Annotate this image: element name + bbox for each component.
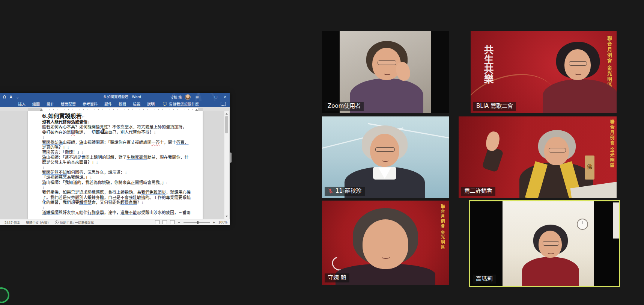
doc-line: 了。我們若是只旁觀別人鍛鍊身體，自己是不會強壯敏捷的。工作的專業需要系統	[42, 195, 198, 200]
ibeam-cursor	[102, 129, 105, 134]
ribbon-tab-9[interactable]: 說明	[147, 101, 155, 107]
user-account-name[interactable]: 守婉 賴	[170, 95, 182, 100]
vertical-scrollbar[interactable]	[224, 111, 229, 219]
doc-text-run: 闇	[71, 130, 75, 135]
maximize-button[interactable]: ▢	[213, 95, 219, 99]
indent-marker-right[interactable]	[195, 107, 198, 111]
doc-text-run: 沒有人能代替	[42, 120, 67, 125]
ribbon-tab-bar: 插入繪圖設計版面配置參考資料郵件校閱檢視說明 告訴我您想做什麼	[0, 101, 230, 107]
participant-video: 聯合月例會金光明區佛	[459, 116, 617, 198]
word-titlebar[interactable]: ΩA⌄ 6.如何實踐般若 - Word 守婉 賴 ▤ — ▢ ✕	[0, 93, 230, 101]
paragraph-mark: ←	[166, 181, 169, 185]
scrollbar-thumb[interactable]	[225, 116, 228, 133]
ribbon-tab-7[interactable]: 校閱	[119, 101, 126, 107]
user-avatar[interactable]	[185, 94, 191, 100]
participant-name-label: Zoom使用者	[325, 102, 364, 111]
doc-line: 溈山禪師：「我知道的，我若為你說破，你將來真正開悟時會罵我。」←	[42, 180, 198, 185]
doc-line: 要打破內在的黑闇執迷，一切都要靠自己，別人代替你不得！↓	[42, 130, 198, 135]
paragraph-mark: ↓	[96, 161, 99, 165]
doc-line: ↓	[42, 165, 198, 170]
ribbon-tab-6[interactable]: 郵件	[104, 101, 112, 107]
doc-text-run: 助益，現在我問你，什	[147, 155, 189, 160]
ribbon-display-options-button[interactable]: ▤	[194, 95, 200, 99]
read-mode-button[interactable]	[155, 220, 159, 224]
web-layout-button[interactable]	[170, 220, 175, 224]
doc-text-run: 麼是父母未生前本來面目？」	[42, 160, 96, 165]
indent-marker-left[interactable]	[40, 107, 43, 111]
paragraph-mark: ↓	[125, 171, 128, 175]
document-page[interactable]: 6.如何實踐般若←沒有人能代替你活或覺悟↓般若如何內心本具？如何能開悟見性？不依…	[28, 111, 203, 219]
participant-video: 聯合月例會金光明區	[322, 201, 449, 285]
doc-line: 麼是父母未生前本來面目？」↓	[42, 160, 198, 165]
participant-video: 共生共樂聯合月例會金光明區	[471, 31, 617, 113]
document-canvas: 6.如何實踐般若←沒有人能代替你活或覺悟↓般若如何內心本具？如何能開悟見性？不依…	[0, 111, 230, 219]
status-bar: 5447 個字 繁體中文 (台灣) 協助工具: 一切準備就緒 − + 100%	[0, 219, 230, 225]
doc-text-run: 山禪師：「這不過是世間上聰明的辯解，對了	[46, 155, 127, 160]
accessibility-status[interactable]: 協助工具: 一切準備就緒	[55, 220, 94, 225]
close-button[interactable]: ✕	[222, 95, 228, 99]
qat-icon[interactable]: Ω	[3, 95, 6, 99]
scroll-up-arrow[interactable]	[224, 111, 229, 115]
window-splitter-handle[interactable]	[230, 152, 232, 163]
doc-line: 溈山禪師：「這不過是世間上聰明的辯解，對了生脫死毫無助益，現在我問你，什	[42, 155, 198, 160]
doc-text-run: 執迷，一切都要靠自己，別人代替你不得！	[75, 130, 153, 135]
video-tile-t6[interactable]: 高瑪莉	[469, 200, 620, 287]
lightbulb-icon	[163, 102, 167, 106]
doc-text-run: ，就錯用心機	[166, 190, 191, 195]
ribbon-tab-2[interactable]: 繪圖	[32, 101, 40, 107]
doc-text-run: 行腳參學	[87, 210, 104, 215]
doc-text-run: 忍受跋山涉水的疲困，三番兩	[137, 210, 191, 215]
qat-icon[interactable]: A	[10, 95, 12, 99]
scroll-down-arrow[interactable]	[224, 215, 229, 219]
zoom-slider-thumb[interactable]	[197, 221, 199, 224]
accessibility-icon	[55, 220, 59, 224]
paragraph-mark: ↓	[87, 121, 90, 124]
zoom-slider[interactable]	[184, 222, 210, 223]
ruler-tick-strip	[42, 108, 198, 111]
comment-icon[interactable]	[221, 102, 226, 106]
doc-text-run: 山禪師：「我知道的，我若為你說破，你將來真正開悟時會罵我。」	[46, 180, 166, 185]
doc-text-run: 我們免難消災	[141, 190, 166, 195]
video-tile-t4[interactable]: 聯合月例會金光明區佛鶯二許錦香	[459, 116, 617, 198]
paragraph-mark: ↓	[67, 146, 70, 149]
tell-me-box[interactable]: 告訴我您想做什麼	[163, 101, 199, 107]
minimize-button[interactable]: —	[203, 95, 209, 99]
doc-text-run: 智閑茫然不知	[42, 170, 67, 175]
doc-line: ↓	[42, 185, 198, 190]
doc-text-run: 道謙禪師	[42, 210, 59, 215]
zoom-out-button[interactable]: −	[178, 220, 180, 224]
doc-text-run: 命，又何嘗能夠	[92, 200, 120, 205]
zoom-in-button[interactable]: +	[213, 220, 215, 224]
participant-name: 高瑪莉	[476, 275, 493, 282]
event-banner-text: 聯合月例會金光明區	[438, 204, 445, 250]
word-count[interactable]: 5447 個字	[5, 220, 20, 225]
doc-text-run: 一答	[152, 140, 160, 145]
doc-text-run: 智閑答言	[42, 150, 59, 155]
participant-name: Zoom使用者	[328, 103, 361, 110]
wooden-plaque: 佛	[585, 156, 594, 180]
ribbon-tab-5[interactable]: 參考資料	[83, 101, 98, 107]
doc-line: 智閑答言：「慚愧！」↓	[42, 150, 198, 155]
ribbon-tab-1[interactable]: 插入	[18, 101, 26, 107]
zoom-percentage[interactable]: 100%	[218, 220, 227, 224]
green-corner-widget[interactable]	[0, 287, 9, 303]
ribbon-tab-8[interactable]: 檢視	[133, 101, 140, 107]
doc-text-run: 道謙不能	[120, 210, 137, 215]
wall-clock	[577, 219, 588, 230]
doc-text-run: 生脫死毫無	[127, 155, 147, 160]
ribbon-tab-3[interactable]: 設計	[47, 101, 54, 107]
language-status[interactable]: 繁體中文 (台灣)	[26, 220, 48, 225]
video-tile-t3[interactable]: 11-羅秋珍	[322, 116, 449, 198]
doc-text-run: 化的練習，我們想要	[42, 200, 79, 205]
video-tile-t5[interactable]: 聯合月例會金光明區守婉 賴	[322, 201, 449, 285]
print-layout-button[interactable]	[163, 220, 167, 224]
participant-name: 11-羅秋珍	[336, 187, 362, 195]
document-text: 6.如何實踐般若←沒有人能代替你活或覺悟↓般若如何內心本具？如何能開悟見性？不依…	[42, 112, 198, 215]
doc-text-run: 我們學佛，如果只是追求勝境感應，貪得上師指點，為	[42, 190, 141, 195]
video-tile-t2[interactable]: 共生共樂聯合月例會金光明區BLIA 鶯歌二會	[471, 31, 617, 113]
doc-text-run: 輕慢貪懶	[120, 200, 137, 205]
doc-text-run: 要打破內在的黑	[42, 130, 71, 135]
ribbon-tab-4[interactable]: 版面配置	[61, 101, 76, 107]
doc-text-run: 溈	[42, 180, 46, 185]
video-tile-t1[interactable]: Zoom使用者	[322, 31, 449, 113]
